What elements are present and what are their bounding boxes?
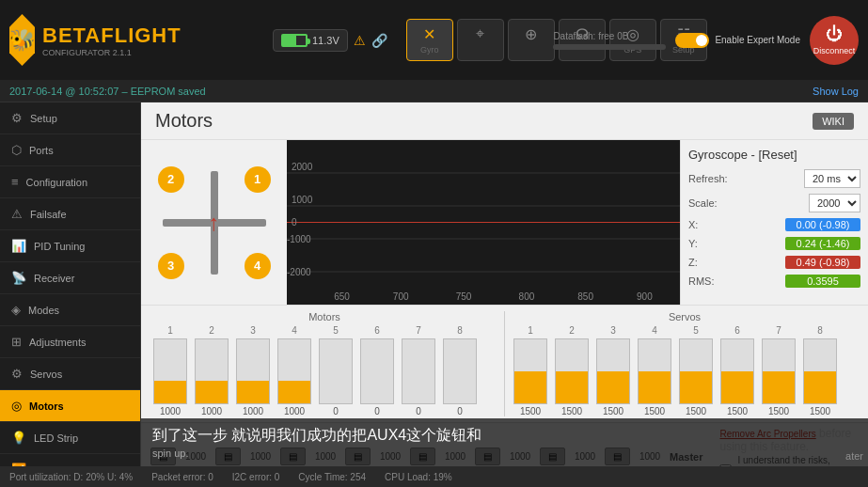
page-title: Motors [155, 110, 213, 132]
x-label: X: [688, 219, 698, 230]
z-label: Z: [688, 257, 698, 268]
status-bar: 2017-06-14 @ 10:52:07 – EEPROM saved Sho… [0, 80, 868, 102]
svg-text:900: 900 [637, 291, 653, 302]
sidebar-item-servos[interactable]: ⚙ Servos [0, 358, 140, 390]
receiver-icon: 📡 [11, 271, 26, 285]
gyro-rms-value: 0.3595 [785, 275, 860, 288]
servo-bar-2[interactable] [555, 338, 589, 404]
motor-num-2: 2 [158, 166, 184, 193]
gyro-z-value: 0.49 (-0.98) [785, 256, 860, 269]
battery-voltage: 11.3V [312, 35, 339, 46]
motor-cross: 4 2 3 1 ↑ [163, 171, 266, 275]
servo-bar-4[interactable] [638, 338, 671, 404]
sidebar-item-sensors[interactable]: 📶 Sensors [0, 454, 140, 466]
battery-icon [281, 34, 308, 47]
motor-col-3: 3 1000 [233, 325, 273, 416]
disconnect-icon: ⏻ [826, 24, 843, 44]
sidebar-item-setup[interactable]: ⚙ Setup [0, 102, 140, 134]
watermark: ater [845, 450, 863, 462]
servo-col-4: 4 1500 [635, 325, 674, 416]
motor-bar-1[interactable] [153, 338, 187, 404]
top-bar: 🐝 BETAFLIGHT CONFIGURATOR 2.1.1 11.3V ⚠ … [0, 0, 868, 80]
sliders-section: Motors 1 1000 2 1000 [141, 305, 868, 422]
svg-text:700: 700 [393, 291, 409, 302]
sidebar-item-configuration[interactable]: ≡ Configuration [0, 166, 140, 198]
servo-col-8: 8 1500 [800, 325, 840, 416]
subtitle-overlay: 到了这一步 就说明我们成功的把AUX4这个旋钮和 spin up. [141, 418, 868, 466]
servo-bar-6[interactable] [720, 338, 754, 404]
gyro-icon: ✕ [423, 25, 435, 43]
sidebar-item-led-strip[interactable]: 💡 LED Strip [0, 422, 140, 454]
logo-area: 🐝 BETAFLIGHT CONFIGURATOR 2.1.1 [9, 14, 160, 66]
motor-bar-4[interactable] [277, 338, 311, 404]
svg-text:0: 0 [292, 217, 297, 228]
servo-bar-3[interactable] [596, 338, 630, 404]
expert-mode-toggle[interactable] [675, 33, 709, 48]
refresh-label: Refresh: [688, 173, 728, 184]
servos-sliders: Servos 1 1500 2 1500 [511, 311, 859, 416]
motor-bar-7[interactable] [402, 338, 435, 404]
servo-bar-1[interactable] [513, 338, 547, 404]
nav-acc[interactable]: ⌖ [457, 19, 504, 61]
disconnect-button[interactable]: ⏻ Disconnect [810, 16, 859, 65]
svg-text:2000: 2000 [292, 162, 313, 172]
motor-bar-2[interactable] [195, 338, 229, 404]
motor-bar-6[interactable] [360, 338, 394, 404]
watermark-text: ater [845, 450, 863, 462]
motors-icon: ◎ [11, 399, 22, 413]
servos-icon: ⚙ [11, 367, 23, 381]
servo-bar-8[interactable] [803, 338, 837, 404]
subtitle-english: spin up. [152, 448, 857, 459]
logo-icon: 🐝 [9, 14, 35, 66]
sidebar-item-pid-tuning[interactable]: 📊 PID Tuning [0, 230, 140, 262]
nav-baro[interactable]: ⊕ [508, 19, 555, 61]
motor-bar-8[interactable] [443, 338, 477, 404]
motor-bar-5[interactable] [319, 338, 353, 404]
link-icon: 🔗 [371, 33, 387, 48]
sensors-icon: 📶 [11, 463, 26, 466]
svg-text:-1000: -1000 [287, 234, 311, 244]
content-inner: Motors WIKI 4 2 3 1 ↑ [141, 102, 868, 466]
svg-text:800: 800 [519, 291, 535, 302]
motors-label: Motors [150, 311, 498, 322]
servos-label: Servos [511, 311, 859, 322]
scale-select[interactable]: 2000 [809, 194, 860, 212]
content-area: Motors WIKI 4 2 3 1 ↑ [141, 102, 868, 466]
sidebar-item-ports[interactable]: ⬡ Ports [0, 134, 140, 166]
svg-text:1000: 1000 [292, 195, 313, 205]
refresh-select[interactable]: 20 ms [804, 169, 860, 188]
wiki-button[interactable]: WIKI [813, 113, 854, 130]
battery-widget: 11.3V [273, 29, 348, 52]
expert-mode-label: Enable Expert Mode [715, 35, 800, 45]
motor-bar-3[interactable] [236, 338, 270, 404]
gyro-panel: Gyroscope - [Reset] Refresh: 20 ms Scale… [680, 140, 868, 305]
gyro-x-value: 0.00 (-0.98) [785, 218, 860, 231]
baro-icon: ⊕ [525, 25, 537, 43]
servo-bar-5[interactable] [679, 338, 713, 404]
sidebar-item-failsafe[interactable]: ⚠ Failsafe [0, 198, 140, 230]
logo-config: CONFIGURATOR 2.1.1 [42, 48, 181, 57]
servo-col-7: 7 1500 [759, 325, 798, 416]
motors-sliders: Motors 1 1000 2 1000 [150, 311, 498, 416]
status-timestamp: 2017-06-14 @ 10:52:07 – EEPROM saved [9, 86, 206, 97]
gyro-chart: 2000 1000 0 -1000 -2000 650 700 750 800 … [287, 140, 680, 305]
disconnect-label: Disconnect [813, 46, 856, 55]
sidebar-item-receiver[interactable]: 📡 Receiver [0, 262, 140, 294]
nav-gyro[interactable]: ✕ Gyro [406, 19, 453, 61]
setup-icon: ⚙ [11, 111, 23, 125]
show-log-button[interactable]: Show Log [813, 86, 859, 97]
svg-text:850: 850 [577, 291, 593, 302]
motor-col-1: 1 1000 [150, 325, 190, 416]
logo-beta: BETAFLIGHT [42, 24, 181, 48]
failsafe-icon: ⚠ [11, 207, 23, 221]
motor-diagram: 4 2 3 1 ↑ [141, 140, 287, 305]
sidebar-item-adjustments[interactable]: ⊞ Adjustments [0, 326, 140, 358]
sidebar-item-modes[interactable]: ◈ Modes [0, 294, 140, 326]
gyro-y-value: 0.24 (-1.46) [785, 237, 860, 250]
footer-cpu-load: CPU Load: 19% [385, 472, 452, 482]
motor-num-4: 4 [245, 253, 271, 279]
adj-icon: ⊞ [11, 335, 22, 349]
servo-bar-7[interactable] [762, 338, 796, 404]
sidebar-item-motors[interactable]: ◎ Motors [0, 390, 140, 422]
dataflash-label: Dataflash: free 0B [553, 31, 628, 41]
